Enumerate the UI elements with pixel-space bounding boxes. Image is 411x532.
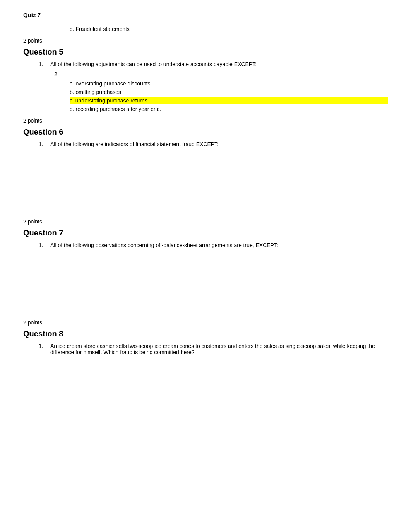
q5-option-b: b. omitting purchases. (70, 89, 388, 95)
q6-question: 1. All of the following are indicators o… (39, 141, 388, 147)
q5-option-a: a. overstating purchase discounts. (70, 80, 388, 87)
q6-heading: Question 6 (23, 128, 388, 136)
q5-points: 2 points (23, 38, 388, 44)
q6-points: 2 points (23, 118, 388, 124)
q5-heading: Question 5 (23, 48, 388, 56)
q7-question: 1. All of the following observations con… (39, 242, 388, 248)
q6-text: All of the following are indicators of f… (50, 141, 219, 147)
q8-heading: Question 8 (23, 329, 388, 338)
q7-text: All of the following observations concer… (50, 242, 278, 248)
prev-answer-d: d. Fraudulent statements (70, 26, 388, 32)
q5-sub-number: 2. (54, 71, 388, 77)
q7-points: 2 points (23, 218, 388, 225)
q6-number: 1. (39, 141, 50, 147)
q5-option-d: d. recording purchases after year end. (70, 106, 388, 112)
q7-heading: Question 7 (23, 228, 388, 237)
page-title: Quiz 7 (23, 12, 388, 18)
q7-number: 1. (39, 242, 50, 248)
q5-number: 1. (39, 61, 50, 67)
q8-points: 2 points (23, 319, 388, 326)
q5-option-c: c. understating purchase returns. (70, 97, 388, 104)
q8-text: An ice cream store cashier sells two-sco… (50, 343, 388, 355)
q5-text: All of the following adjustments can be … (50, 61, 257, 67)
q8-question: 1. An ice cream store cashier sells two-… (39, 343, 388, 355)
q8-number: 1. (39, 343, 50, 349)
q5-question: 1. All of the following adjustments can … (39, 61, 388, 67)
